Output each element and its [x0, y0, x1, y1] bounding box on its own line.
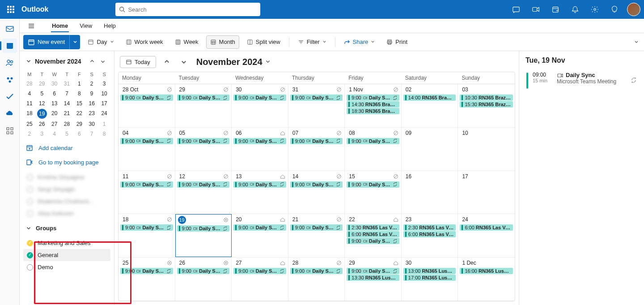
calendar-day-cell[interactable]: 049:00Daily Sync	[119, 128, 175, 171]
mini-cal-day[interactable]: 12	[36, 99, 48, 108]
calendar-event[interactable]: 9:00Daily Sync	[177, 138, 230, 144]
rail-calendar-icon[interactable]	[3, 39, 17, 53]
filter-button[interactable]: Filter	[294, 35, 330, 49]
mini-cal-day[interactable]: 29	[36, 79, 48, 89]
mini-cal-day[interactable]: 7	[61, 89, 73, 99]
calendar-day-cell[interactable]: 139:00Daily Sync	[232, 171, 288, 214]
mini-cal-day[interactable]: 1	[98, 119, 110, 129]
mini-cal-day[interactable]: 24	[98, 108, 110, 119]
meet-now-icon[interactable]	[527, 0, 545, 18]
calendar-event[interactable]: 9:00Daily Sync	[290, 224, 343, 231]
mini-cal-day[interactable]: 18	[23, 108, 36, 119]
calendar-day-cell[interactable]: 269:00Daily Sync	[175, 258, 232, 301]
calendar-color-circle[interactable]	[27, 252, 33, 258]
calendar-day-cell[interactable]: 246:00RN365 Las Vega	[458, 214, 515, 257]
group-item[interactable]: Marketing and Sales	[23, 237, 110, 249]
mini-cal-day[interactable]: 15	[73, 99, 85, 108]
mini-cal-day[interactable]: 3	[36, 129, 48, 139]
new-event-button[interactable]: New event	[23, 39, 69, 46]
mini-cal-day[interactable]: 19	[37, 109, 47, 119]
split-view-button[interactable]: Split view	[243, 35, 284, 49]
rail-more-apps-icon[interactable]	[3, 124, 17, 138]
calendar-event[interactable]: 2:30RN365 Las Vega	[403, 224, 456, 231]
calendar-day-cell[interactable]: 259:00Daily Sync	[119, 258, 175, 301]
calendar-event[interactable]: 6:00RN365 Las Vega	[460, 224, 513, 231]
mini-cal-day[interactable]: 8	[73, 89, 85, 99]
mini-cal-day[interactable]: 30	[85, 119, 98, 129]
mini-cal-day[interactable]: 10	[98, 89, 110, 99]
calendar-event[interactable]: 9:00Daily Sync	[347, 268, 399, 274]
notifications-icon[interactable]	[566, 0, 584, 18]
mini-cal-day[interactable]: 22	[73, 108, 85, 119]
calendar-day-cell[interactable]: 279:00Daily Sync	[232, 258, 288, 301]
search-box[interactable]	[115, 3, 260, 16]
calendar-event[interactable]: 9:00Daily Sync	[177, 268, 230, 274]
calendar-event[interactable]: 2:30RN365 Las Vega	[347, 224, 399, 231]
calendar-day-cell[interactable]: 16	[402, 171, 458, 214]
calendar-event[interactable]: 9:00Daily Sync	[290, 95, 343, 101]
mini-cal-day[interactable]: 21	[61, 108, 73, 119]
calendar-event[interactable]: 9:00Daily Sync	[290, 268, 343, 274]
mini-cal-day[interactable]: 30	[48, 79, 61, 89]
nav-toggle[interactable]	[25, 20, 38, 32]
print-button[interactable]: Print	[382, 35, 411, 49]
calendar-day-cell[interactable]: 1 Nov9:00Daily Sync14:30RN365 Brazilia18…	[345, 84, 402, 127]
calendar-event[interactable]: 9:00Daily Sync	[233, 181, 286, 188]
mini-cal-day[interactable]: 3	[98, 79, 110, 89]
calendar-day-cell[interactable]: 299:00Daily Sync	[175, 84, 232, 127]
mini-cal-day[interactable]: 6	[73, 129, 85, 139]
calendar-day-cell[interactable]: 17	[458, 171, 515, 214]
toolbar-overflow[interactable]	[632, 38, 640, 46]
calendar-event[interactable]: 9:00Daily Sync	[347, 181, 399, 188]
calendar-event[interactable]: 10:30RN365 Brazilian	[460, 95, 513, 101]
calendar-event[interactable]: 9:00Daily Sync	[177, 181, 230, 188]
calendar-title[interactable]: November 2024	[196, 57, 271, 67]
calendar-day-cell[interactable]: 149:00Daily Sync	[288, 171, 345, 214]
mini-cal-day[interactable]: 26	[36, 119, 48, 129]
mini-cal-day[interactable]: 4	[48, 129, 61, 139]
calendar-day-cell[interactable]: 3013:00RN365 Lusail -17:00RN365 Lusail -	[402, 258, 458, 301]
calendar-day-cell[interactable]: 199:00Daily Sync	[175, 214, 232, 257]
mini-cal-day[interactable]: 29	[73, 119, 85, 129]
mini-cal-day[interactable]: 25	[23, 119, 36, 129]
app-launcher[interactable]	[4, 2, 18, 17]
calendar-event[interactable]: 9:00Daily Sync	[233, 95, 286, 101]
account-avatar[interactable]	[627, 3, 640, 16]
calendar-day-cell[interactable]: 10	[458, 128, 515, 171]
calendar-day-cell[interactable]: 069:00Daily Sync	[232, 128, 288, 171]
mini-cal-day[interactable]: 6	[48, 89, 61, 99]
mini-cal-day[interactable]: 27	[48, 119, 61, 129]
mini-cal-day[interactable]: 17	[98, 99, 110, 108]
calendar-event[interactable]: 18:30RN365 Brazilia	[347, 108, 399, 114]
calendar-event[interactable]: 13:00RN365 Lusail -	[403, 268, 456, 274]
mini-cal-day[interactable]: 31	[61, 79, 73, 89]
view-week-button[interactable]: Week	[171, 35, 203, 49]
calendar-day-cell[interactable]: 119:00Daily Sync	[119, 171, 175, 214]
mini-cal-day[interactable]: 7	[85, 129, 98, 139]
group-item[interactable]: Demo	[23, 261, 110, 273]
groups-header[interactable]: Groups	[20, 221, 114, 235]
settings-icon[interactable]	[586, 0, 604, 18]
calendar-event[interactable]: 9:00Daily Sync	[347, 238, 399, 244]
calendar-event[interactable]: 15:30RN365 Brazilia	[460, 101, 513, 107]
view-work-week-button[interactable]: Work week	[122, 35, 167, 49]
calendar-day-cell[interactable]: 079:00Daily Sync	[288, 128, 345, 171]
calendar-event[interactable]: 9:00Daily Sync	[233, 268, 286, 274]
mini-cal-day[interactable]: 13	[48, 99, 61, 108]
rail-groups-icon[interactable]	[3, 73, 17, 87]
calendar-day-cell[interactable]: 222:30RN365 Las Vega6:00RN365 Las Vega9:…	[345, 214, 402, 257]
calendar-day-cell[interactable]: 319:00Daily Sync	[288, 84, 345, 127]
group-item[interactable]: General	[23, 249, 110, 261]
share-button[interactable]: Share	[340, 35, 379, 49]
calendar-event[interactable]: 9:00Daily Sync	[233, 138, 286, 144]
calendar-day-cell[interactable]: 0310:30RN365 Brazilian15:30RN365 Brazili…	[458, 84, 515, 127]
prev-month[interactable]	[161, 56, 173, 68]
view-month-button[interactable]: Month	[206, 35, 239, 49]
calendar-event[interactable]: 6:00RN365 Las Vega	[403, 231, 456, 237]
calendar-event[interactable]: 6:00RN365 Las Vega	[347, 231, 399, 237]
mini-cal-day[interactable]: 14	[61, 99, 73, 108]
calendar-day-cell[interactable]: 1 Dec16:00RN365 Lusail -	[458, 258, 515, 301]
calendar-person-item[interactable]: Alisa Ketturen	[23, 207, 110, 219]
mini-cal-day[interactable]: 5	[36, 89, 48, 99]
calendar-person-item[interactable]: Kristina Sinyagina	[23, 171, 110, 183]
